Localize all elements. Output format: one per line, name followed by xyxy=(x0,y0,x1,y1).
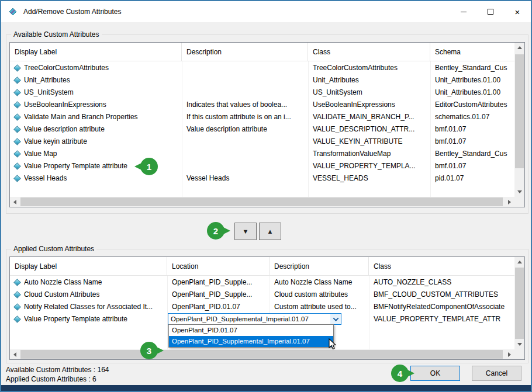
column-header-schema[interactable]: Schema xyxy=(430,43,514,61)
row-description: Vessel Heads xyxy=(182,172,308,185)
row-class: Unit_Attributes xyxy=(308,74,430,86)
row-label: TreeColorCustomAttributes xyxy=(24,62,109,74)
column-header-description[interactable]: Description xyxy=(182,43,308,61)
table-row[interactable]: Unit_Attributes Unit_Attributes Unit_Att… xyxy=(10,74,514,86)
minimize-button[interactable] xyxy=(450,1,477,22)
row-description: Indicates that values of boolea... xyxy=(182,99,308,111)
column-header-class[interactable]: Class xyxy=(369,257,514,275)
vertical-scrollbar[interactable] xyxy=(514,43,524,197)
close-button[interactable]: × xyxy=(504,1,531,22)
row-location: OpenPlant_PID.01.07 xyxy=(167,301,270,313)
row-location: OpenPlant_PID_Supple... xyxy=(167,276,270,289)
callout-4: 4 xyxy=(391,365,409,382)
title-bar: Add/Remove Custom Attributes × xyxy=(1,1,531,22)
move-up-button[interactable]: ▲ xyxy=(259,223,281,240)
row-label: Cloud Custom Attributes xyxy=(24,289,99,301)
scroll-up-icon[interactable] xyxy=(514,257,524,267)
background-app-strip xyxy=(1,385,531,391)
column-header-display-label[interactable]: Display Label xyxy=(10,257,167,275)
row-class: UseBooleanInExpressions xyxy=(308,99,430,111)
attribute-icon xyxy=(13,89,21,96)
table-row-value-property-template[interactable]: Value Property Template attribute VALUE_… xyxy=(10,313,514,325)
scrollbar-thumb[interactable] xyxy=(515,54,524,168)
available-group-label: Available Custom Attributes xyxy=(11,30,102,39)
column-header-class[interactable]: Class xyxy=(308,43,430,61)
row-description xyxy=(182,74,308,86)
column-header-location[interactable]: Location xyxy=(167,257,270,275)
row-description: If this custom attribute is on an i... xyxy=(182,111,308,123)
window-title: Add/Remove Custom Attributes xyxy=(23,8,121,16)
horizontal-scrollbar[interactable] xyxy=(10,197,514,207)
attribute-icon xyxy=(13,64,21,72)
table-row[interactable]: UseBooleanInExpressions Indicates that v… xyxy=(10,99,514,111)
column-header-display-label[interactable]: Display Label xyxy=(10,43,182,61)
scrollbar-thumb[interactable] xyxy=(515,268,524,339)
attribute-icon xyxy=(13,315,21,323)
table-row[interactable]: Value Map TransformationValueMap Bentley… xyxy=(10,148,514,160)
table-row[interactable]: Value description attribute Value descri… xyxy=(10,123,514,136)
row-class: TransformationValueMap xyxy=(308,148,430,160)
dropdown-option[interactable]: OpenPlant_PID.01.07 xyxy=(169,325,333,336)
scrollbar-thumb[interactable] xyxy=(20,350,503,359)
ok-button[interactable]: OK xyxy=(410,366,460,381)
scroll-left-icon[interactable] xyxy=(10,197,20,207)
available-table-body: TreeColorCustomAttributes TreeColorCusto… xyxy=(10,62,514,197)
attribute-icon xyxy=(13,279,21,286)
scroll-down-icon[interactable] xyxy=(514,339,524,349)
move-down-button[interactable]: ▼ xyxy=(234,223,257,240)
chevron-down-icon[interactable] xyxy=(330,314,341,324)
available-count-text: Available Custom Attributes : 164 xyxy=(6,366,109,374)
row-description: Value description attribute xyxy=(182,123,308,136)
cancel-button[interactable]: Cancel xyxy=(472,366,521,381)
table-row[interactable]: Auto Nozzle Class Name OpenPlant_PID_Sup… xyxy=(10,276,514,289)
table-row[interactable]: Cloud Custom Attributes OpenPlant_PID_Su… xyxy=(10,289,514,301)
table-row[interactable]: Value keyin attribute VALUE_KEYIN_ATTRIB… xyxy=(10,136,514,148)
row-schema: Bentley_Standard_Cus xyxy=(430,148,514,160)
vertical-scrollbar[interactable] xyxy=(514,257,524,349)
scroll-up-icon[interactable] xyxy=(514,43,524,53)
combobox-value: OpenPlant_PID_Supplemental_Imperial.01.0… xyxy=(168,315,330,322)
row-class: AUTO_NOZZLE_CLASS xyxy=(369,276,514,289)
attribute-icon xyxy=(13,291,21,299)
row-description xyxy=(182,62,308,74)
table-row[interactable]: US_UnitSystem US_UnitSystem Unit_Attribu… xyxy=(10,86,514,99)
maximize-button[interactable] xyxy=(477,1,504,22)
location-combobox[interactable]: OpenPlant_PID_Supplemental_Imperial.01.0… xyxy=(168,313,341,325)
row-description xyxy=(182,86,308,99)
caption-buttons: × xyxy=(450,1,531,22)
horizontal-scrollbar[interactable] xyxy=(10,349,514,359)
scroll-down-icon[interactable] xyxy=(514,187,524,197)
table-row-value-property-template[interactable]: Value Property Template attribute VALUE_… xyxy=(10,160,514,172)
minimize-icon xyxy=(461,12,467,12)
attribute-icon xyxy=(13,162,21,170)
attribute-icon xyxy=(13,303,21,311)
scroll-right-icon[interactable] xyxy=(505,349,514,359)
scrollbar-corner xyxy=(514,349,524,359)
scroll-left-icon[interactable] xyxy=(10,349,20,359)
column-header-description[interactable]: Description xyxy=(270,257,369,275)
row-label: Value keyin attribute xyxy=(24,136,87,148)
row-description xyxy=(182,148,308,160)
table-row[interactable]: Validate Main and Branch Properties If t… xyxy=(10,111,514,123)
row-description: Cloud custom attributes xyxy=(270,289,369,301)
scrollbar-thumb[interactable] xyxy=(20,197,503,206)
row-class: BMF_CLOUD_CUSTOM_ATTRIBUTES xyxy=(369,289,514,301)
row-class: VALUE_PROPERTY_TEMPLATE_ATTR xyxy=(369,313,514,325)
row-class: VALUE_PROPERTY_TEMPLA... xyxy=(308,160,430,172)
dropdown-option-selected[interactable]: OpenPlant_PID_Supplemental_Imperial.01.0… xyxy=(169,336,333,347)
available-table: Display Label Description Class Schema T… xyxy=(9,42,525,207)
table-row[interactable]: TreeColorCustomAttributes TreeColorCusto… xyxy=(10,62,514,74)
table-row[interactable]: Notify Related Classes for Associated It… xyxy=(10,301,514,313)
row-label: Notify Related Classes for Associated It… xyxy=(24,301,153,313)
row-label: Value Map xyxy=(24,148,57,160)
table-row[interactable]: Vessel Heads Vessel Heads VESSEL_HEADS p… xyxy=(10,172,514,185)
scroll-right-icon[interactable] xyxy=(505,197,514,207)
close-icon: × xyxy=(515,8,520,16)
row-label: Auto Nozzle Class Name xyxy=(24,276,102,289)
row-schema: bmf.01.07 xyxy=(430,160,514,172)
callout-2: 2 xyxy=(207,222,224,240)
row-schema: schematics.01.07 xyxy=(430,111,514,123)
row-schema: bmf.01.07 xyxy=(430,136,514,148)
dialog-icon xyxy=(8,7,18,16)
row-description xyxy=(182,160,308,172)
